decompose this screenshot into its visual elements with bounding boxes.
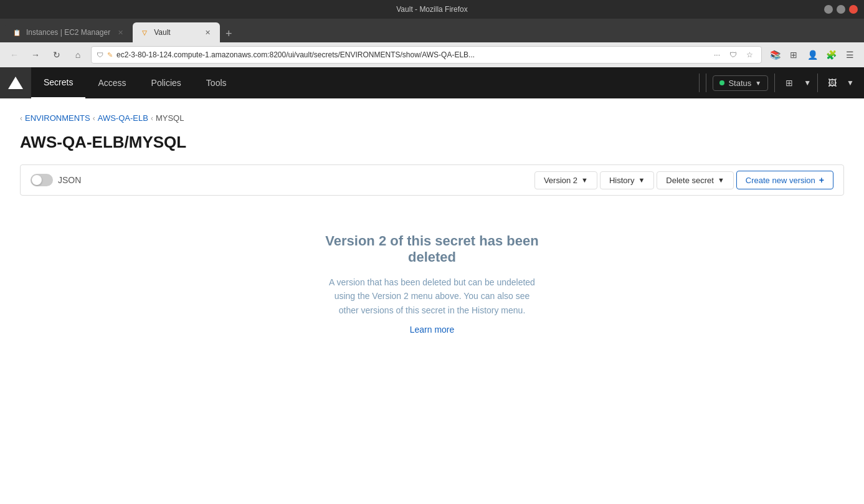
page-content: ‹ ENVIRONMENTS ‹ AWS-QA-ELB ‹ MYSQL AWS-… [0,98,864,387]
breadcrumb-chevron-3: ‹ [151,114,153,123]
breadcrumb-environments[interactable]: ENVIRONMENTS [25,113,90,123]
delete-button[interactable]: Delete secret ▼ [657,171,733,189]
delete-label: Delete secret [666,176,714,185]
delete-chevron-icon: ▼ [718,176,724,184]
address-bar: ← → ↻ ⌂ 🛡 ✎ ec2-3-80-18-124.compute-1.am… [0,42,864,67]
tab-bar: 📋 Instances | EC2 Manager ✕ ▽ Vault ✕ + [0,19,864,42]
url-text: ec2-3-80-18-124.compute-1.amazonaws.com:… [116,50,706,59]
tab-ec2-favicon: 📋 [12,28,21,37]
maximize-button[interactable] [837,5,845,14]
tab-vault-close[interactable]: ✕ [202,27,212,37]
vault-nav-right: Status ▼ ⊞ ▼ 🖼 ▼ [699,74,864,92]
vault-nav-links: Secrets Access Policies Tools [31,67,699,98]
shield-button[interactable]: 🛡 [726,48,740,62]
window-title: Vault - Mozilla Firefox [396,5,467,14]
status-chevron-icon: ▼ [755,80,761,87]
bookmarks-icon[interactable]: 📚 [767,47,783,63]
breadcrumb: ‹ ENVIRONMENTS ‹ AWS-QA-ELB ‹ MYSQL [20,113,844,123]
version-chevron-icon: ▼ [581,176,588,184]
nav-layout-icon[interactable]: ⊞ [781,75,797,91]
toolbar-panel: JSON Version 2 ▼ History ▼ Delete secret… [20,164,844,196]
bookmark-button[interactable]: ☆ [743,48,756,62]
title-bar: Vault - Mozilla Firefox [0,0,864,19]
edit-icon: ✎ [107,51,113,59]
page-title: AWS-QA-ELB/MYSQL [20,133,844,152]
tab-ec2-close[interactable]: ✕ [115,27,125,37]
toggle-knob [32,175,42,185]
address-input[interactable]: 🛡 ✎ ec2-3-80-18-124.compute-1.amazonaws.… [91,46,762,64]
account-icon[interactable]: 👤 [804,47,820,63]
nav-chevron-layout: ▼ [804,78,811,87]
version-label: Version 2 [544,176,577,185]
tab-vault-favicon: ▽ [140,28,149,37]
security-icon: 🛡 [97,51,103,59]
home-button[interactable]: ⌂ [70,47,86,63]
menu-icon[interactable]: ☰ [842,47,858,63]
layout-icon[interactable]: ⊞ [786,47,802,63]
breadcrumb-current: MYSQL [156,113,184,123]
json-toggle-label: JSON [58,175,81,185]
nav-policies[interactable]: Policies [139,67,194,98]
vault-logo[interactable] [0,67,31,98]
tab-ec2[interactable]: 📋 Instances | EC2 Manager ✕ [5,22,133,42]
json-toggle[interactable] [31,174,53,186]
tab-ec2-title: Instances | EC2 Manager [26,28,110,37]
tab-vault[interactable]: ▽ Vault ✕ [133,22,220,42]
message-title: Version 2 of this secret has been delete… [308,233,557,265]
status-dot-icon [719,80,724,85]
close-button[interactable] [849,5,858,14]
window-controls [824,5,858,14]
app-container: Secrets Access Policies Tools Status ▼ ⊞… [0,67,864,504]
version-button[interactable]: Version 2 ▼ [534,171,597,189]
status-button[interactable]: Status ▼ [713,75,768,91]
history-button[interactable]: History ▼ [600,171,654,189]
breadcrumb-aws-qa-elb[interactable]: AWS-QA-ELB [98,113,148,123]
json-toggle-wrap: JSON [31,174,81,186]
status-label: Status [728,78,751,88]
history-chevron-icon: ▼ [638,176,645,184]
breadcrumb-chevron-1: ‹ [20,114,22,123]
message-area: Version 2 of this secret has been delete… [20,196,844,372]
minimize-button[interactable] [824,5,833,14]
tab-vault-title: Vault [154,28,197,37]
browser-toolbar-right: 📚 ⊞ 👤 🧩 ☰ [767,47,858,63]
message-body: A version that has been deleted but can … [326,275,538,317]
forward-button[interactable]: → [27,47,44,63]
back-button[interactable]: ← [6,47,22,63]
reload-button[interactable]: ↻ [49,47,65,63]
history-label: History [609,176,634,185]
new-tab-button[interactable]: + [220,25,237,42]
breadcrumb-chevron-2: ‹ [93,114,95,123]
extensions-icon[interactable]: 🧩 [823,47,839,63]
create-plus-icon: + [819,175,824,185]
create-version-button[interactable]: Create new version + [736,171,833,189]
vault-nav: Secrets Access Policies Tools Status ▼ ⊞… [0,67,864,98]
nav-secrets[interactable]: Secrets [31,67,85,98]
learn-more-link[interactable]: Learn more [410,325,455,335]
browser-chrome: Vault - Mozilla Firefox 📋 Instances | EC… [0,0,864,67]
toolbar-actions: Version 2 ▼ History ▼ Delete secret ▼ Cr… [534,171,833,189]
vault-triangle-icon [8,77,23,89]
create-label: Create new version [746,176,815,185]
nav-tools[interactable]: Tools [194,67,239,98]
more-button[interactable]: ··· [710,48,724,62]
nav-user-icon[interactable]: 🖼 [824,75,840,91]
address-actions: ··· 🛡 ☆ [710,48,756,62]
nav-chevron-user: ▼ [847,78,854,87]
nav-access[interactable]: Access [85,67,138,98]
